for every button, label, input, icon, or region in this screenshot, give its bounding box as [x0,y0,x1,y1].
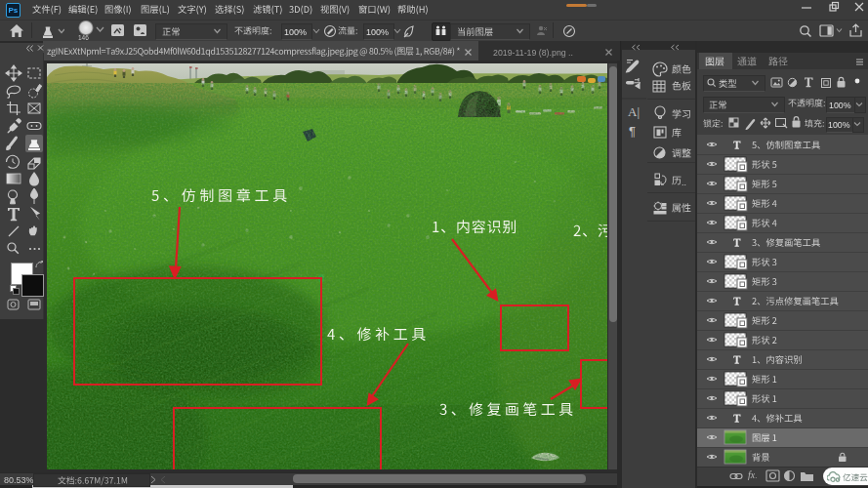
svg-text:¶: ¶ [629,124,636,139]
svg-text:A|: A| [628,104,640,119]
